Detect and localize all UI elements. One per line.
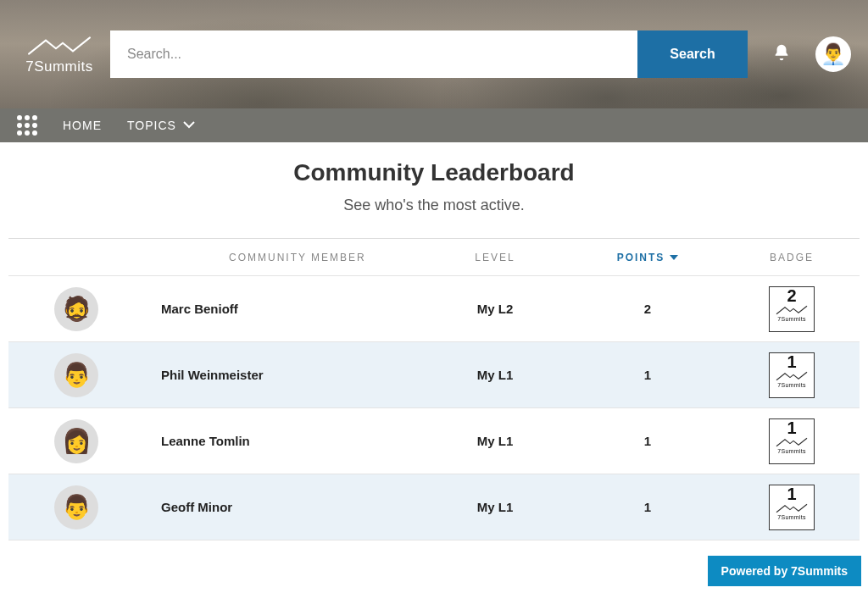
th-badge[interactable]: BADGE bbox=[724, 252, 860, 263]
badge-number: 1 bbox=[787, 419, 796, 436]
member-badge: 1 7Summits bbox=[769, 485, 815, 530]
th-level[interactable]: LEVEL bbox=[419, 252, 571, 263]
member-badge: 1 7Summits bbox=[769, 352, 815, 398]
brand-name: 7Summits bbox=[25, 58, 93, 75]
badge-text: 7Summits bbox=[777, 514, 806, 520]
page-content: Community Leaderboard See who's the most… bbox=[0, 142, 868, 540]
member-avatar: 👨 bbox=[54, 353, 98, 397]
chevron-down-icon bbox=[183, 119, 195, 132]
th-points-label: POINTS bbox=[617, 252, 665, 263]
table-header-row: COMMUNITY MEMBER LEVEL POINTS BADGE bbox=[8, 239, 860, 276]
badge-number: 1 bbox=[787, 485, 796, 502]
badge-number: 1 bbox=[787, 353, 796, 370]
hero-banner: 7Summits Search 👨‍💼 bbox=[0, 0, 868, 108]
table-row[interactable]: 👨 Geoff Minor My L1 1 1 7Summits bbox=[8, 474, 860, 540]
summits-logo-icon bbox=[25, 33, 93, 58]
member-level: My L1 bbox=[477, 500, 514, 514]
table-row[interactable]: 🧔 Marc Benioff My L2 2 2 7Summits bbox=[8, 276, 860, 342]
member-level: My L1 bbox=[477, 368, 514, 382]
member-level: My L2 bbox=[477, 302, 514, 316]
member-points: 1 bbox=[644, 368, 651, 382]
badge-logo-icon bbox=[775, 304, 809, 316]
page-title: Community Leaderboard bbox=[8, 159, 860, 186]
badge-number: 2 bbox=[787, 287, 796, 304]
nav-home[interactable]: HOME bbox=[63, 119, 102, 132]
member-level: My L1 bbox=[477, 434, 514, 448]
nav-topics[interactable]: TOPICS bbox=[127, 119, 195, 132]
member-avatar: 🧔 bbox=[54, 287, 98, 331]
badge-logo-icon bbox=[775, 502, 809, 514]
table-row[interactable]: 👩 Leanne Tomlin My L1 1 1 7Summits bbox=[8, 408, 860, 474]
member-points: 2 bbox=[644, 302, 651, 316]
member-name[interactable]: Phil Weinmeister bbox=[161, 368, 264, 382]
nav-topics-label: TOPICS bbox=[127, 119, 176, 132]
badge-text: 7Summits bbox=[777, 448, 806, 454]
apps-grid-icon[interactable] bbox=[17, 115, 37, 136]
badge-logo-icon bbox=[775, 370, 809, 382]
member-avatar: 👩 bbox=[54, 419, 98, 463]
sort-desc-icon bbox=[670, 255, 678, 260]
th-points[interactable]: POINTS bbox=[571, 252, 724, 263]
member-name[interactable]: Marc Benioff bbox=[161, 302, 238, 316]
leaderboard-table: COMMUNITY MEMBER LEVEL POINTS BADGE 🧔 Ma… bbox=[8, 238, 860, 540]
user-avatar-glyph: 👨‍💼 bbox=[821, 42, 846, 66]
search-button[interactable]: Search bbox=[637, 30, 748, 78]
user-avatar[interactable]: 👨‍💼 bbox=[815, 36, 851, 72]
page-subtitle: See who's the most active. bbox=[8, 197, 860, 214]
member-name[interactable]: Leanne Tomlin bbox=[161, 434, 250, 448]
member-badge: 2 7Summits bbox=[769, 286, 815, 332]
main-nav: HOME TOPICS bbox=[0, 108, 868, 142]
badge-logo-icon bbox=[775, 436, 809, 448]
member-avatar: 👨 bbox=[54, 485, 98, 529]
table-row[interactable]: 👨 Phil Weinmeister My L1 1 1 7Summits bbox=[8, 342, 860, 408]
member-name[interactable]: Geoff Minor bbox=[161, 500, 232, 514]
powered-by-link[interactable]: Powered by 7Summits bbox=[708, 556, 861, 586]
badge-text: 7Summits bbox=[777, 382, 806, 388]
member-points: 1 bbox=[644, 434, 651, 448]
search-input[interactable] bbox=[110, 30, 637, 78]
footer: Powered by 7Summits bbox=[708, 556, 861, 586]
badge-text: 7Summits bbox=[777, 316, 806, 322]
search-bar: Search bbox=[110, 30, 748, 78]
th-member[interactable]: COMMUNITY MEMBER bbox=[144, 252, 419, 263]
notifications-bell-icon[interactable] bbox=[765, 43, 798, 66]
member-badge: 1 7Summits bbox=[769, 418, 815, 464]
member-points: 1 bbox=[644, 500, 651, 514]
brand-logo[interactable]: 7Summits bbox=[25, 33, 93, 75]
